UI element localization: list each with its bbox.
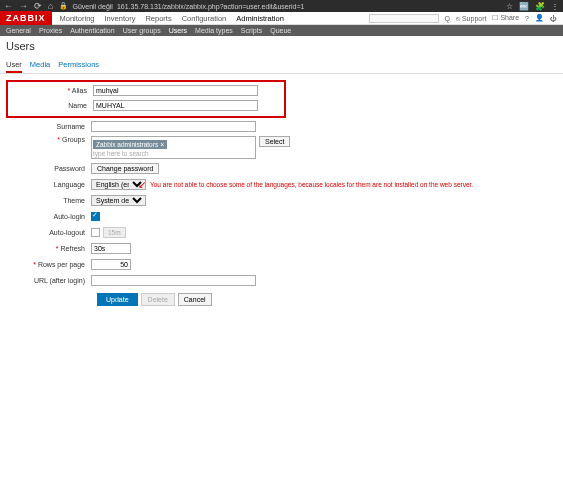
top-menu: Monitoring Inventory Reports Configurati… [52,14,284,23]
menu-administration[interactable]: Administration [236,14,284,23]
subnav-general[interactable]: General [6,27,31,34]
logo[interactable]: ZABBIX [0,11,52,25]
subnav-users[interactable]: Users [169,27,187,34]
help-icon[interactable]: ? [525,15,529,22]
security-icon: 🔒 [59,2,68,10]
group-tag: Zabbix administrators × [93,140,167,149]
surname-input[interactable] [91,121,256,132]
menu-configuration[interactable]: Configuration [182,14,227,23]
tab-permissions[interactable]: Permissions [58,58,99,73]
subnav-scripts[interactable]: Scripts [241,27,262,34]
forward-icon[interactable]: → [19,1,28,11]
extension-icon[interactable]: 🧩 [535,2,545,11]
top-bar: ZABBIX Monitoring Inventory Reports Conf… [0,12,563,25]
name-label: Name [8,102,93,109]
autologout-value: 15m [103,227,126,238]
back-icon[interactable]: ← [4,1,13,11]
tabs: User Media Permissions [0,56,563,74]
user-icon[interactable]: 👤 [535,14,544,22]
group-tag-label: Zabbix administrators [96,141,158,148]
theme-label: Theme [6,197,91,204]
sub-nav: General Proxies Authentication User grou… [0,25,563,36]
language-warning: ↙ You are not able to choose some of the… [150,181,473,188]
subnav-proxies[interactable]: Proxies [39,27,62,34]
tab-user[interactable]: User [6,58,22,73]
alias-label: Alias [68,87,87,94]
menu-monitoring[interactable]: Monitoring [60,14,95,23]
language-label: Language [6,181,91,188]
global-search[interactable] [369,14,439,23]
cancel-button[interactable]: Cancel [178,293,212,306]
url-text[interactable]: 161.35.78.131/zabbix/zabbix.php?action=u… [117,3,305,10]
select-groups-button[interactable]: Select [259,136,290,147]
share-link[interactable]: ☐ Share [492,14,519,22]
translate-icon[interactable]: 🔤 [519,2,529,11]
password-label: Password [6,165,91,172]
security-label: Güvenli değil [72,3,112,10]
rows-input[interactable] [91,259,131,270]
change-password-button[interactable]: Change password [91,163,159,174]
subnav-usergroups[interactable]: User groups [123,27,161,34]
browser-chrome: ← → ⟳ ⌂ 🔒 Güvenli değil 161.35.78.131/za… [0,0,563,12]
surname-label: Surname [6,123,91,130]
star-icon[interactable]: ☆ [506,2,513,11]
logout-icon[interactable]: ⏻ [550,15,557,22]
highlight-annotation: Alias Name [6,80,286,118]
autologout-label: Auto-logout [6,229,91,236]
refresh-label: Refresh [56,245,85,252]
reload-icon[interactable]: ⟳ [34,1,42,11]
menu-inventory[interactable]: Inventory [105,14,136,23]
subnav-mediatypes[interactable]: Media types [195,27,233,34]
url-input[interactable] [91,275,256,286]
autologin-label: Auto-login [6,213,91,220]
support-link[interactable]: ⎋ Support [456,15,486,22]
refresh-input[interactable] [91,243,131,254]
groups-placeholder: type here to search [93,150,254,157]
menu-reports[interactable]: Reports [145,14,171,23]
alias-input[interactable] [93,85,258,96]
page-title: Users [0,36,563,56]
url-label: URL (after login) [6,277,91,284]
subnav-authentication[interactable]: Authentication [70,27,114,34]
rows-label: Rows per page [33,261,85,268]
user-form: Alias Name Surname Groups Zabbix adminis… [0,74,563,312]
menu-icon[interactable]: ⋮ [551,2,559,11]
name-input[interactable] [93,100,258,111]
home-icon[interactable]: ⌂ [48,1,53,11]
theme-select[interactable]: System default [91,195,146,206]
search-icon[interactable]: Q [445,15,450,22]
remove-tag-icon[interactable]: × [160,141,164,148]
groups-label: Groups [57,136,85,143]
update-button[interactable]: Update [97,293,138,306]
subnav-queue[interactable]: Queue [270,27,291,34]
tab-media[interactable]: Media [30,58,50,73]
autologin-checkbox[interactable] [91,212,100,221]
groups-field[interactable]: Zabbix administrators × type here to sea… [91,136,256,159]
delete-button: Delete [141,293,175,306]
autologout-checkbox[interactable] [91,228,100,237]
arrow-annotation-icon: ↙ [138,179,146,190]
